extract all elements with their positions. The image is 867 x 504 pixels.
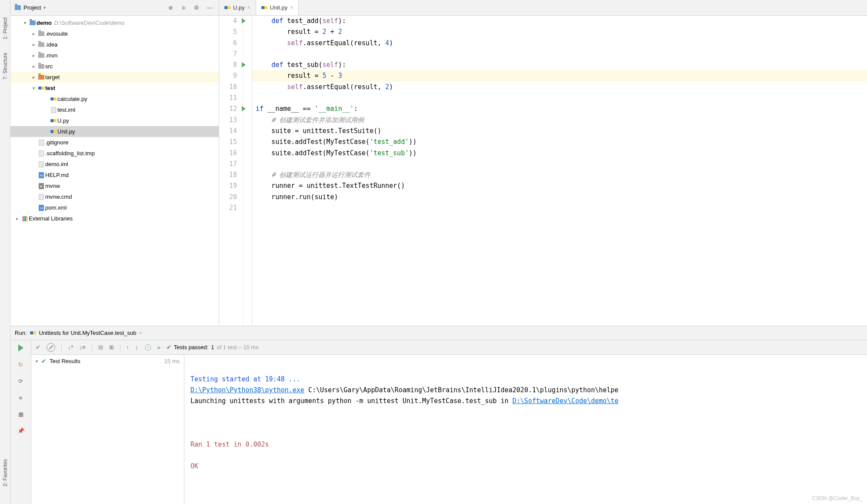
rerun-failed-icon[interactable]: ↻ [16,359,26,370]
editor-tab[interactable]: U.py× [219,0,256,15]
gear-icon[interactable]: ⚙ [192,3,201,13]
rail-favorites[interactable]: 2: Favorites [2,459,8,487]
tree-item[interactable]: ▸mvnw [10,180,219,191]
code-line[interactable] [252,49,867,60]
tree-item[interactable]: ▸.evosuite [10,28,219,39]
code-line[interactable]: runner = unittest.TextTestRunner() [252,180,867,191]
sort-alpha-icon[interactable]: ↓ᴬ [68,344,73,350]
console-line: Launching unittests with arguments pytho… [190,396,861,407]
watermark: CSDN @Coder_Boy_ [812,495,863,501]
expand-all-icon[interactable]: ⊟ [98,344,103,350]
tree-item[interactable]: ▸.mvn [10,50,219,61]
code-line[interactable]: suite.addTest(MyTestCase('test_sub')) [252,148,867,159]
run-label: Run: [15,330,27,336]
tree-item[interactable]: ▸target [10,72,219,83]
editor-tabs: U.py×Unit.py× [219,0,867,16]
console-line: OK [190,461,861,472]
console-line [190,417,861,428]
tree-item[interactable]: U.py [10,115,219,126]
code-line[interactable] [252,159,867,170]
tree-item[interactable]: .scaffolding_list.tmp [10,148,219,159]
external-libraries[interactable]: ▸External Libraries [10,213,219,224]
run-panel: Run: Unittests for Unit.MyTestCase.test_… [10,326,867,504]
code-line[interactable] [252,93,867,103]
code-line[interactable]: def test_sub(self): [252,60,867,70]
code-line[interactable] [252,203,867,214]
stop-icon[interactable]: ■ [16,392,26,403]
chevron-down-icon[interactable]: ▾ [43,5,46,10]
console-line [190,450,861,461]
code-line[interactable]: # 创建测试套件并添加测试用例 [252,115,867,126]
console-output[interactable]: Testing started at 19:48 ...D:\Python\Py… [184,355,867,504]
more-icon[interactable]: » [157,344,160,350]
code-line[interactable]: result = 5 - 3 [252,70,867,81]
hide-icon[interactable]: — [205,3,214,13]
tree-item[interactable]: mpom.xml [10,202,219,213]
test-results-tree[interactable]: ▾ ✔ Test Results 15 ms [31,355,184,504]
sort-duration-icon[interactable]: ↓≡ [80,344,86,350]
layout-icon[interactable]: ▦ [16,409,26,419]
tree-item[interactable]: MHELP.md [10,170,219,180]
rail-project[interactable]: 1: Project [2,17,8,40]
code-line[interactable]: if __name__ == '__main__': [252,103,867,114]
code-line[interactable]: self.assertEqual(result, 2) [252,82,867,93]
console-line [190,407,861,417]
run-play-button[interactable] [16,343,26,353]
python-icon [30,330,36,336]
code-line[interactable]: def test_add(self): [252,16,867,27]
code-line[interactable]: suite = unittest.TestSuite() [252,126,867,137]
run-config-name[interactable]: Unittests for Unit.MyTestCase.test_sub [39,330,136,336]
project-icon [15,5,21,10]
code-line[interactable]: result = 2 + 2 [252,27,867,37]
code-line[interactable]: self.assertEqual(result, 4) [252,38,867,49]
collapse-all-icon[interactable]: ≑ [179,3,188,13]
project-title[interactable]: Project [23,4,41,11]
python-icon [224,5,230,11]
tree-item[interactable]: ▸src [10,61,219,72]
tree-item[interactable]: calculate.py [10,93,219,104]
pin-icon[interactable]: 📌 [16,425,26,436]
test-results-time: 15 ms [164,358,180,364]
project-tree[interactable]: ▾demoD:\SoftwareDev\Code\demo▸.evosuite▸… [10,16,219,326]
python-icon [261,5,267,11]
rail-structure[interactable]: 7: Structure [2,53,8,80]
editor-area: U.py×Unit.py× 45678910111213141516171819… [219,0,867,326]
code-line[interactable]: runner.run(suite) [252,192,867,203]
show-passed-icon[interactable]: ✔ [36,344,40,350]
tree-item[interactable]: .gitignore [10,137,219,148]
console-line: Testing started at 19:48 ... [190,374,861,385]
next-test-icon[interactable]: ↓ [135,344,138,350]
close-icon[interactable]: × [290,5,293,11]
code-area[interactable]: def test_add(self): result = 2 + 2 self.… [252,16,867,326]
test-toolbar: ✔ ↓ᴬ ↓≡ ⊟ ⊞ ↑ ↓ 🕘 » ✔ [31,340,867,355]
tree-item[interactable]: demo.iml [10,159,219,170]
tree-item[interactable]: test.iml [10,104,219,115]
close-icon[interactable]: × [139,330,142,336]
tests-pass-status: ✔ Tests passed: 1 of 1 test – 15 ms [167,344,259,350]
console-line: D:\Python\Python38\python.exe C:\Users\G… [190,385,861,396]
close-icon[interactable]: × [247,5,250,11]
tree-root[interactable]: ▾demoD:\SoftwareDev\Code\demo [10,17,219,28]
test-results-label: Test Results [50,358,80,364]
run-side-toolbar: ↻ ⟳ ■ ▦ 📌 [10,340,31,504]
prev-test-icon[interactable]: ↑ [127,344,130,350]
tree-item[interactable]: Unit.py [10,126,219,137]
editor-gutter[interactable]: 456789101112131415161718192021 [219,16,243,326]
tree-item[interactable]: mvnw.cmd [10,191,219,202]
history-icon[interactable]: 🕘 [144,344,151,350]
project-panel-header: Project ▾ ⊕ ≑ ⚙ — [10,0,219,16]
show-ignored-icon[interactable] [47,343,55,352]
tree-item[interactable]: ▸.idea [10,39,219,50]
toggle-auto-icon[interactable]: ⟳ [16,376,26,386]
tree-item[interactable]: ▾test [10,83,219,93]
console-line [190,428,861,439]
code-line[interactable]: suite.addTest(MyTestCase('test_add')) [252,137,867,147]
code-line[interactable]: # 创建测试运行器并运行测试套件 [252,170,867,180]
editor-tab[interactable]: Unit.py× [256,0,299,15]
project-panel: Project ▾ ⊕ ≑ ⚙ — ▾demoD:\SoftwareDev\Co… [10,0,219,326]
left-tool-rail: 1: Project 7: Structure 2: Favorites [0,0,10,504]
console-line: Ran 1 test in 0.002s [190,439,861,450]
collapse-all-icon[interactable]: ⊞ [109,344,114,350]
locate-icon[interactable]: ⊕ [166,3,175,13]
